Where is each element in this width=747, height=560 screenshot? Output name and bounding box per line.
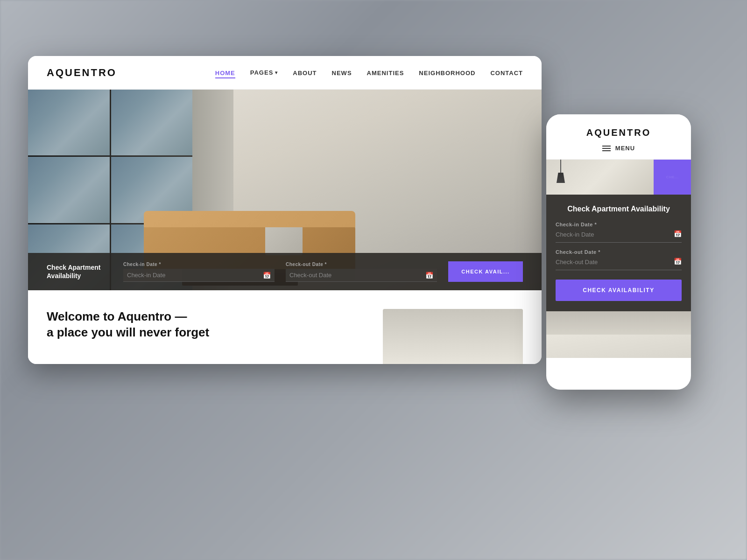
checkout-input[interactable]: Check-out Date — [286, 269, 437, 282]
nav-item-home[interactable]: HOME — [215, 69, 235, 77]
mobile-hero-check-btn: CHE... — [654, 160, 691, 195]
welcome-heading: Welcome to Aquentro — a place you will n… — [47, 309, 364, 341]
chevron-down-icon: ▾ — [275, 70, 278, 75]
checkin-input-wrap: Check-in Date 📅 — [123, 269, 275, 282]
desktop-navbar: AQUENTRO HOME PAGES ▾ ABOUT NEWS AMENITI… — [28, 56, 542, 90]
checkin-input[interactable]: Check-in Date — [123, 269, 275, 282]
mobile-checkin-wrap: Check-in Date 📅 — [556, 230, 682, 243]
calendar-icon-2: 📅 — [425, 272, 433, 279]
desktop-hero: Check Apartment Availability Check-in Da… — [28, 90, 542, 290]
window-pane — [28, 157, 110, 223]
hamburger-icon — [602, 146, 611, 151]
mobile-bottom-scene — [546, 311, 691, 358]
checkin-label: Check-in Date * — [123, 262, 275, 267]
mobile-calendar-icon-2: 📅 — [674, 258, 682, 265]
mobile-checkout-wrap: Check-out Date 📅 — [556, 258, 682, 270]
nav-item-pages[interactable]: PAGES ▾ — [250, 69, 278, 76]
mobile-checkin-input[interactable]: Check-in Date — [556, 231, 594, 238]
mobile-checkin-field: Check-in Date * Check-in Date 📅 — [556, 222, 682, 243]
mobile-booking-panel: Check Apartment Availability Check-in Da… — [546, 195, 691, 311]
mobile-hero-strip: CHE... — [546, 160, 691, 195]
mobile-booking-title: Check Apartment Availability — [556, 205, 682, 213]
nav-item-news[interactable]: NEWS — [332, 69, 352, 77]
checkout-input-wrap: Check-out Date 📅 — [286, 269, 437, 282]
calendar-icon: 📅 — [263, 272, 271, 279]
mobile-mockup: AQUENTRO MENU CHE... Check Apartment Ava… — [546, 114, 691, 390]
desktop-booking-bar: Check Apartment Availability Check-in Da… — [28, 253, 542, 290]
mobile-checkout-label: Check-out Date * — [556, 249, 682, 255]
window-pane — [111, 90, 193, 155]
mobile-check-availability-button[interactable]: CHECK AVAILABILITY — [556, 280, 682, 301]
lamp-decoration — [560, 160, 561, 183]
welcome-section: Welcome to Aquentro — a place you will n… — [47, 309, 364, 364]
mobile-logo: AQUENTRO — [556, 127, 682, 138]
mobile-calendar-icon: 📅 — [674, 230, 682, 238]
blanket — [265, 213, 303, 255]
window-pane — [28, 90, 110, 155]
mobile-checkin-label: Check-in Date * — [556, 222, 682, 227]
checkout-label: Check-out Date * — [286, 262, 437, 267]
preview-image — [383, 309, 523, 364]
desktop-check-availability-button[interactable]: CHECK AVAIL... — [448, 261, 523, 282]
checkin-field: Check-in Date * Check-in Date 📅 — [123, 262, 275, 282]
mobile-checkout-input[interactable]: Check-out Date — [556, 259, 598, 266]
mobile-header: AQUENTRO MENU — [546, 114, 691, 160]
nav-item-about[interactable]: ABOUT — [293, 69, 317, 77]
mobile-checkout-field: Check-out Date * Check-out Date 📅 — [556, 249, 682, 270]
nav-item-neighborhood[interactable]: NEIGHBORHOOD — [419, 69, 475, 77]
checkout-field: Check-out Date * Check-out Date 📅 — [286, 262, 437, 282]
mobile-menu-label: MENU — [615, 145, 635, 152]
desktop-bottom-section: Welcome to Aquentro — a place you will n… — [28, 290, 542, 364]
nav-item-amenities[interactable]: AMENITIES — [367, 69, 404, 77]
nav-item-contact[interactable]: CONTACT — [490, 69, 523, 77]
desktop-mockup: AQUENTRO HOME PAGES ▾ ABOUT NEWS AMENITI… — [28, 56, 542, 364]
desktop-nav-links: HOME PAGES ▾ ABOUT NEWS AMENITIES NEIGHB… — [215, 69, 523, 77]
mobile-menu-bar[interactable]: MENU — [556, 145, 682, 152]
booking-title: Check Apartment Availability — [47, 263, 112, 280]
desktop-logo: AQUENTRO — [47, 67, 117, 79]
